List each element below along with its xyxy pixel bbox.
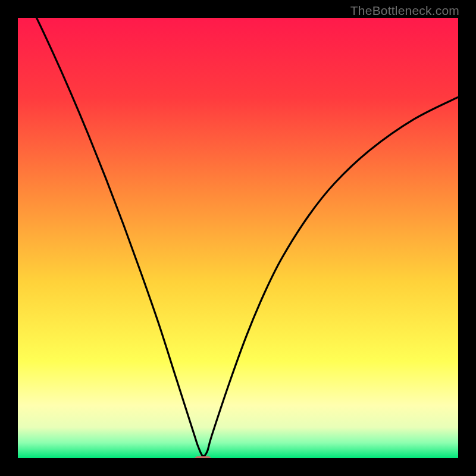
watermark-text: TheBottleneck.com xyxy=(350,4,459,18)
plot-area xyxy=(18,18,458,458)
background-gradient xyxy=(18,18,458,458)
chart-frame: TheBottleneck.com xyxy=(0,0,476,476)
minimum-marker xyxy=(195,456,211,458)
svg-rect-0 xyxy=(18,18,458,458)
